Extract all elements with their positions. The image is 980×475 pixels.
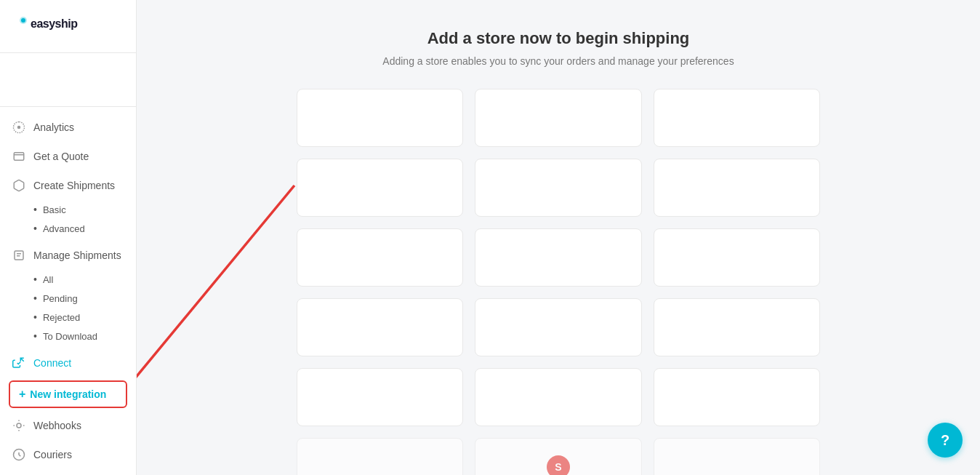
page-subtitle: Adding a store enables you to sync your … <box>180 55 936 67</box>
store-card[interactable] <box>475 159 641 217</box>
store-card[interactable]: S <box>475 438 641 475</box>
manage-shipments-label: Manage Shipments <box>33 250 121 261</box>
create-shipment-icon <box>12 178 26 193</box>
manage-shipments-subitems: All Pending Rejected To Download <box>0 270 136 348</box>
sidebar-subitem-advanced[interactable]: Advanced <box>33 219 136 238</box>
store-card[interactable] <box>654 228 820 287</box>
sidebar-item-connect[interactable]: Connect <box>0 348 136 378</box>
page-title: Add a store now to begin shipping <box>180 29 936 48</box>
create-shipments-label: Create Shipments <box>33 180 115 191</box>
store-card[interactable] <box>297 368 463 426</box>
svg-rect-4 <box>14 153 24 161</box>
store-card[interactable] <box>654 298 820 356</box>
logo-text: easyship <box>12 22 99 40</box>
store-card[interactable] <box>297 89 463 147</box>
help-button[interactable]: ? <box>928 423 963 458</box>
webhooks-icon <box>12 418 26 433</box>
svg-text:easyship: easyship <box>31 17 78 30</box>
sidebar-subitem-to-download[interactable]: To Download <box>33 327 136 346</box>
sidebar-item-webhooks[interactable]: Webhooks <box>0 411 136 440</box>
quote-icon <box>12 149 26 164</box>
plus-icon: + <box>19 388 25 401</box>
store-card[interactable] <box>654 368 820 426</box>
sidebar-item-manage-shipments[interactable]: Manage Shipments <box>0 241 136 270</box>
store-card[interactable] <box>475 368 641 426</box>
main-content: Add a store now to begin shipping Adding… <box>137 0 980 475</box>
store-card[interactable] <box>475 228 641 287</box>
sidebar-item-analytics[interactable]: Analytics <box>0 113 136 142</box>
create-shipments-subitems: Basic Advanced <box>0 200 136 241</box>
sidebar-item-create-shipments[interactable]: Create Shipments <box>0 171 136 200</box>
analytics-label: Analytics <box>33 121 74 133</box>
svg-line-8 <box>137 185 294 396</box>
store-card[interactable] <box>654 438 820 475</box>
store-card[interactable] <box>654 159 820 217</box>
webhooks-label: Webhooks <box>33 420 81 431</box>
svg-point-1 <box>21 18 25 23</box>
connect-label: Connect <box>33 357 71 369</box>
sidebar-subitem-rejected[interactable]: Rejected <box>33 308 136 327</box>
sidebar-subitem-pending[interactable]: Pending <box>33 289 136 308</box>
quote-label: Get a Quote <box>33 151 89 162</box>
connect-icon <box>12 356 26 370</box>
couriers-label: Couriers <box>33 449 72 460</box>
help-label: ? <box>941 432 949 449</box>
sidebar: easyship Analytics Get a Qu <box>0 0 137 475</box>
sidebar-subitem-all[interactable]: All <box>33 270 136 289</box>
logo: easyship <box>0 0 136 53</box>
couriers-icon <box>12 447 26 462</box>
store-card[interactable] <box>475 298 641 356</box>
store-card[interactable] <box>654 89 820 147</box>
store-icon: S <box>555 461 561 473</box>
sidebar-subitem-basic[interactable]: Basic <box>33 200 136 219</box>
store-grid: S <box>297 89 820 475</box>
chart-icon <box>12 120 26 135</box>
new-integration-label: New integration <box>30 388 106 400</box>
manage-shipment-icon <box>12 248 26 263</box>
store-card[interactable] <box>297 298 463 356</box>
store-card[interactable] <box>297 228 463 287</box>
store-card[interactable] <box>297 438 463 475</box>
sidebar-item-couriers[interactable]: Couriers <box>0 440 136 469</box>
svg-point-6 <box>17 423 21 428</box>
new-integration-button[interactable]: + New integration <box>9 380 127 408</box>
store-card[interactable] <box>475 89 641 147</box>
store-card[interactable] <box>297 159 463 217</box>
svg-point-3 <box>17 126 21 129</box>
sidebar-nav: Analytics Get a Quote Create Shipments <box>0 107 136 475</box>
sidebar-item-quote[interactable]: Get a Quote <box>0 142 136 171</box>
